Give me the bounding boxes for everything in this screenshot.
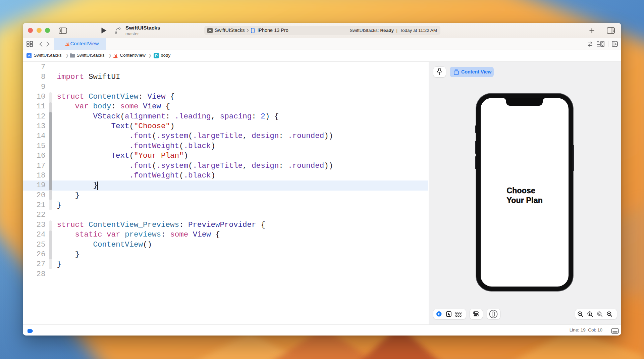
svg-text:P: P	[155, 54, 158, 58]
